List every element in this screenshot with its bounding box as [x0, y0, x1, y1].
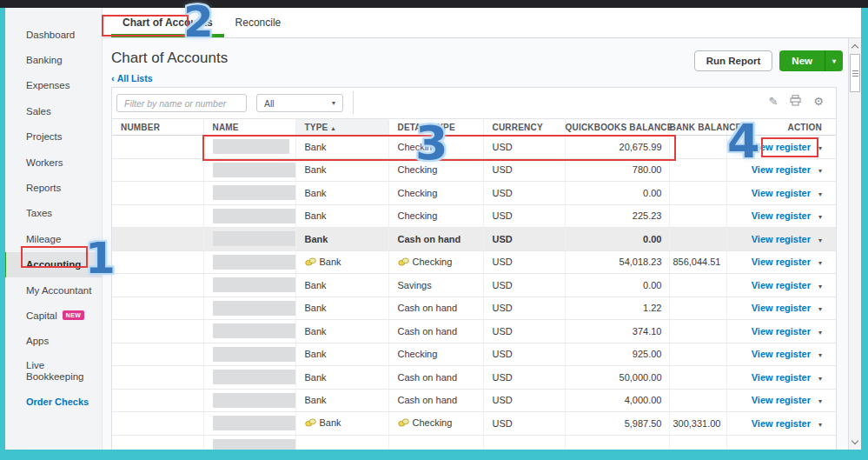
cell-type: Bank — [295, 320, 388, 343]
cell-type: Bank — [295, 274, 388, 297]
view-register-link[interactable]: View register — [752, 210, 811, 221]
gear-icon[interactable]: ⚙ — [813, 96, 824, 107]
scrollbar-thumb[interactable] — [850, 54, 860, 92]
scroll-up-arrow-icon[interactable] — [849, 40, 861, 52]
cell-currency: USD — [483, 320, 565, 343]
cell-bank-balance — [669, 204, 726, 228]
action-dropdown-caret-icon[interactable]: ▾ — [818, 259, 822, 267]
run-report-button[interactable]: Run Report — [694, 50, 773, 71]
column-header-bank-balance[interactable]: BANK BALANCE — [669, 119, 726, 136]
sidebar-item-apps[interactable]: Apps — [5, 329, 102, 354]
action-dropdown-caret-icon[interactable]: ▾ — [818, 190, 822, 198]
action-dropdown-caret-icon[interactable]: ▾ — [818, 375, 822, 383]
sidebar-item-my-accountant[interactable]: My Accountant — [5, 277, 102, 303]
view-register-link[interactable]: View register — [752, 234, 811, 244]
cell-type: Bank — [295, 412, 388, 436]
sidebar-item-sales[interactable]: Sales — [5, 98, 102, 123]
action-dropdown-caret-icon[interactable]: ▾ — [818, 144, 822, 152]
column-header-action[interactable]: ACTION — [726, 119, 836, 136]
cell-currency: USD — [483, 250, 565, 274]
tab-bar: Chart of Accounts Reconcile — [103, 8, 861, 38]
table-row: BankCheckingUSD20,675.99View register▾ — [112, 136, 836, 159]
column-header-name[interactable]: NAME — [203, 119, 295, 136]
action-dropdown-caret-icon[interactable]: ▾ — [818, 421, 822, 429]
sidebar-item-accounting[interactable]: Accounting — [5, 252, 102, 277]
sidebar-item-banking[interactable]: Banking — [5, 47, 102, 72]
sidebar-item-projects[interactable]: Projects — [5, 124, 102, 150]
view-register-link[interactable]: View register — [752, 372, 811, 383]
type-filter-select[interactable]: All ▾ — [256, 94, 343, 112]
cell-quickbooks-balance: 925.00 — [565, 343, 669, 366]
action-dropdown-caret-icon[interactable]: ▾ — [818, 237, 822, 244]
sidebar-item-dashboard[interactable]: Dashboard — [5, 22, 102, 47]
column-header-currency[interactable]: CURRENCY — [483, 119, 565, 136]
cell-bank-balance — [669, 435, 726, 450]
new-dropdown-caret[interactable]: ▾ — [825, 50, 843, 71]
cell-quickbooks-balance: 0.00 — [565, 274, 669, 297]
action-dropdown-caret-icon[interactable]: ▾ — [818, 329, 822, 337]
filter-input[interactable] — [116, 94, 247, 112]
linked-bank-icon — [398, 257, 409, 268]
column-header-quickbooks-balance[interactable]: QUICKBOOKS BALANCE — [565, 119, 669, 136]
cell-number — [112, 320, 203, 343]
view-register-link[interactable]: View register — [752, 142, 811, 152]
cell-type: Bank — [295, 136, 388, 159]
cell-quickbooks-balance: 780.00 — [565, 158, 669, 182]
redacted-name-block — [213, 255, 296, 270]
sidebar-item-order-checks[interactable]: Order Checks — [5, 389, 102, 414]
cell-action: View register▾ — [726, 136, 836, 159]
all-lists-link[interactable]: ‹All Lists — [111, 73, 153, 83]
view-register-link[interactable]: View register — [752, 303, 811, 313]
redacted-name-block — [213, 185, 296, 200]
action-dropdown-caret-icon[interactable]: ▾ — [818, 213, 822, 221]
sidebar-item-taxes[interactable]: Taxes — [5, 201, 102, 226]
column-header-detail-type[interactable]: DETAIL TYPE — [388, 119, 483, 136]
action-dropdown-caret-icon[interactable]: ▾ — [818, 351, 822, 359]
column-header-number[interactable]: NUMBER — [112, 119, 203, 136]
tab-chart-of-accounts[interactable]: Chart of Accounts — [111, 8, 224, 37]
sidebar-item-live-bookkeeping[interactable]: Live Bookkeeping — [5, 354, 102, 389]
cell-currency: USD — [483, 158, 565, 182]
sidebar-item-workers[interactable]: Workers — [5, 150, 102, 175]
sidebar-item-reports[interactable]: Reports — [5, 175, 102, 200]
chevron-down-icon: ▾ — [332, 99, 335, 107]
view-register-link[interactable]: View register — [752, 395, 811, 405]
cell-name-redacted — [203, 274, 295, 297]
action-dropdown-caret-icon[interactable]: ▾ — [818, 167, 822, 175]
printer-icon[interactable] — [790, 95, 801, 108]
app-viewport: DashboardBankingExpensesSalesProjectsWor… — [5, 8, 861, 450]
cell-action: View register▾ — [726, 182, 836, 205]
table-row: BankCash on handUSD1.22View register▾ — [112, 297, 836, 320]
sidebar-item-capital[interactable]: CapitalNEW — [5, 303, 102, 328]
view-register-link[interactable]: View register — [752, 257, 811, 267]
cell-number — [112, 297, 203, 320]
cell-name-redacted — [203, 182, 295, 205]
column-header-type[interactable]: TYPE▴ — [295, 119, 388, 136]
new-button[interactable]: New ▾ — [779, 50, 843, 71]
scroll-down-arrow-icon[interactable] — [849, 436, 861, 448]
cell-currency: USD — [483, 136, 565, 159]
view-register-link[interactable]: View register — [752, 349, 811, 359]
cell-detail-type: Cash on hand — [388, 389, 483, 412]
action-dropdown-caret-icon[interactable]: ▾ — [818, 397, 822, 405]
view-register-link[interactable]: View register — [752, 280, 811, 290]
cell-currency: USD — [483, 297, 565, 320]
cell-type: Bank — [295, 343, 388, 366]
cell-detail-type: Checking — [388, 136, 483, 159]
action-dropdown-caret-icon[interactable]: ▾ — [818, 283, 822, 290]
sidebar-item-expenses[interactable]: Expenses — [5, 73, 102, 98]
action-dropdown-caret-icon[interactable]: ▾ — [818, 305, 822, 313]
view-register-link[interactable]: View register — [752, 188, 811, 198]
cell-bank-balance — [669, 158, 726, 182]
sidebar-item-mileage[interactable]: Mileage — [5, 226, 102, 251]
pencil-edit-icon[interactable]: ✎ — [768, 96, 778, 107]
cell-name-redacted — [203, 412, 295, 436]
redacted-name-block — [213, 301, 296, 316]
vertical-scrollbar[interactable] — [848, 38, 861, 450]
tab-reconcile[interactable]: Reconcile — [224, 8, 293, 37]
view-register-link[interactable]: View register — [752, 418, 811, 429]
cell-bank-balance — [669, 136, 726, 159]
view-register-link[interactable]: View register — [752, 164, 811, 175]
view-register-link[interactable]: View register — [752, 326, 811, 337]
redacted-name-block — [213, 163, 296, 177]
